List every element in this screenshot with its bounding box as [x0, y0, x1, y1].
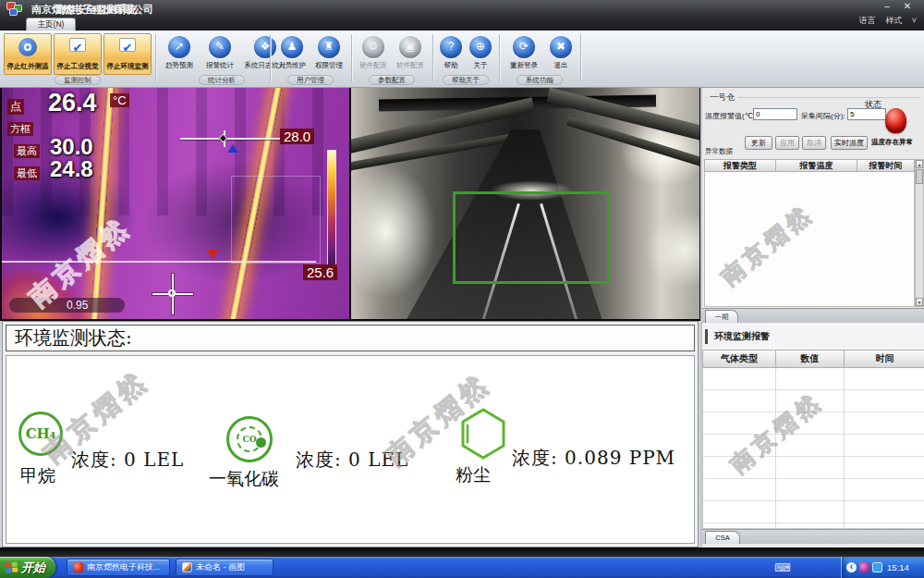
- about-button[interactable]: ⊕ 关于: [466, 36, 495, 70]
- emissivity-value: 0.95: [9, 298, 125, 313]
- app-window: 南京熠然电子科技有限公司廊道安全监测系统 – ✕ 语言 样式 ˅ 主页(N) 停…: [0, 0, 924, 578]
- hardware-config-button[interactable]: ⚙ 硬件配置: [355, 36, 392, 70]
- tray-icon-2[interactable]: [872, 562, 882, 572]
- permission-manage-button[interactable]: ♜ 权限管理: [310, 36, 347, 70]
- stop-infrared-button[interactable]: 停止红外测温: [4, 33, 52, 75]
- tray-icon-1[interactable]: [859, 562, 869, 572]
- help-button[interactable]: ? 帮助: [436, 36, 466, 70]
- temperature-unit: °C: [110, 93, 129, 107]
- interval-input[interactable]: [847, 108, 886, 120]
- start-button[interactable]: 开始: [0, 557, 55, 578]
- alarm-stats-button[interactable]: ✎ 报警统计: [200, 36, 240, 70]
- max-label: 最高: [14, 144, 40, 158]
- group-label-statistics: 统计分析: [199, 75, 245, 85]
- gas-name-co: 一氧化碳: [209, 467, 279, 491]
- env-alarm-table-header: 气体类型 数值 时间: [702, 350, 924, 368]
- scale-max-value: 28.0: [280, 129, 314, 144]
- industrial-camera-view[interactable]: 南京熠然: [351, 88, 699, 319]
- apply-button[interactable]: 应用: [775, 136, 799, 150]
- env-status-body: CH₄ 甲烷 浓度: 0 LEL CO 一氧化碳 浓度: 0 LEL 粉尘 浓度…: [6, 355, 695, 544]
- scroll-down-icon[interactable]: ▼: [916, 298, 923, 306]
- methane-reading: 浓度: 0 LEL: [71, 448, 184, 473]
- stop-env-monitor-button[interactable]: ✔ 停止环境监测: [103, 33, 152, 75]
- exit-button[interactable]: ✖ 退出: [545, 36, 577, 70]
- temp-alarm-input[interactable]: [753, 108, 797, 120]
- alarm-table-scrollbar[interactable]: ▲ ▼: [915, 159, 924, 307]
- cancel-button[interactable]: 取消: [802, 136, 826, 150]
- thermal-camera-view[interactable]: 点 26.4 °C 方框 最高 30.0 最低 24.8 28.0 25.6 0…: [2, 88, 349, 319]
- ribbon-toolbar: 停止红外测温 ✔ 停止工业视觉 ✔ 停止环境监测 监测控制 ↗ 趋势预测 ✎ 报…: [0, 31, 924, 88]
- question-icon: ?: [440, 36, 462, 58]
- tray-clock[interactable]: 15:14: [887, 562, 909, 572]
- update-button[interactable]: 更新: [745, 136, 772, 150]
- windows-logo-icon: [5, 561, 18, 573]
- env-col-time[interactable]: 时间: [845, 350, 924, 368]
- alarm-col-temp[interactable]: 报警温度: [776, 159, 857, 172]
- lamp-status-text: 温度存在异常: [871, 138, 913, 147]
- alarm-col-type[interactable]: 报警类型: [704, 159, 776, 172]
- scale-min-value: 25.6: [303, 264, 337, 280]
- taskbar-item-app[interactable]: 南京熠然电子科技...: [67, 559, 170, 576]
- env-col-value[interactable]: 数值: [776, 350, 845, 368]
- tray-chevron-icon[interactable]: ‹: [846, 562, 857, 572]
- dust-reading: 浓度: 0.089 PPM: [512, 446, 675, 471]
- menu-language[interactable]: 语言: [859, 16, 876, 25]
- paint-icon: [182, 562, 192, 572]
- box-label: 方框: [7, 122, 33, 136]
- app-logo-icon: [6, 2, 22, 16]
- monitor-icon: ▣: [399, 36, 421, 58]
- env-status-panel: 环境监测状态: CH₄ 甲烷 浓度: 0 LEL CO 一氧化碳 浓度: 0 L…: [2, 321, 699, 547]
- close-button[interactable]: ✕: [900, 1, 915, 13]
- tab-phase-one[interactable]: 一期: [705, 310, 738, 323]
- software-config-button[interactable]: ▣ 软件配置: [392, 36, 429, 70]
- gas-name-dust: 粉尘: [456, 463, 491, 487]
- env-alarm-table-body[interactable]: [702, 368, 924, 529]
- alarm-table-body[interactable]: [704, 172, 915, 307]
- user-icon: ♟: [281, 36, 303, 58]
- taskbar-item-paint[interactable]: 未命名 - 画图: [176, 559, 274, 576]
- env-alarm-title: 环境监测报警: [714, 330, 770, 343]
- interval-label: 采集间隔(分):: [801, 111, 845, 121]
- desktop-strip: [0, 547, 924, 557]
- chevron-down-icon[interactable]: ˅: [912, 16, 917, 25]
- window-title: 南京熠然电子科技有限公司廊道安全监测系统: [31, 3, 137, 17]
- env-col-gas-type[interactable]: 气体类型: [702, 350, 776, 368]
- relogin-button[interactable]: ⟳ 重新登录: [503, 36, 545, 70]
- keyboard-icon[interactable]: ⌨: [774, 563, 790, 572]
- tab-home[interactable]: 主页(N): [26, 18, 76, 31]
- checkbox-icon: ✔: [119, 38, 136, 52]
- checkbox-icon: ✔: [69, 38, 86, 52]
- scroll-up-icon[interactable]: ▲: [916, 160, 923, 168]
- right-panel: 一号仓 状态 温度报警值(℃): 采集间隔(分): 更新 应用 取消 实时温度 …: [700, 88, 924, 547]
- min-temperature: 24.8: [50, 156, 93, 182]
- dust-icon: [459, 407, 507, 461]
- hot-spot-marker: [207, 250, 218, 259]
- taskbar: 开始 南京熠然电子科技... 未命名 - 画图 ⌨ ‹ 15:14: [0, 557, 924, 578]
- co-reading: 浓度: 0 LEL: [296, 448, 408, 473]
- title-bar: 南京熠然电子科技有限公司廊道安全监测系统 – ✕ 语言 样式 ˅ 主页(N): [0, 0, 924, 31]
- point-temperature: 26.4: [48, 89, 97, 117]
- button-label: 停止红外测温: [7, 62, 49, 71]
- group-label-param-config: 参数配置: [369, 75, 415, 85]
- minimize-button[interactable]: –: [880, 1, 894, 13]
- trend-predict-button[interactable]: ↗ 趋势预测: [159, 36, 200, 70]
- button-label: 停止环境监测: [107, 62, 149, 71]
- group-label-help-about: 帮助关于: [443, 75, 489, 85]
- window-menus: 语言 样式 ˅: [852, 15, 917, 27]
- alarm-col-time[interactable]: 报警时间: [857, 159, 915, 172]
- scrollbar-thumb[interactable]: [916, 169, 923, 184]
- min-label: 最低: [14, 166, 40, 180]
- personnel-maintain-button[interactable]: ♟ 人员维护: [274, 36, 310, 70]
- cold-spot-marker: [227, 144, 238, 153]
- menu-style[interactable]: 样式: [885, 16, 902, 25]
- realtime-temp-button[interactable]: 实时温度: [831, 136, 868, 150]
- tab-csa[interactable]: CSA: [705, 531, 740, 544]
- gear-icon: ⚙: [362, 36, 384, 58]
- point-label: 点: [7, 99, 24, 115]
- relogin-icon: ⟳: [513, 36, 535, 58]
- exit-icon: ✖: [550, 36, 572, 58]
- globe-icon: ⊕: [469, 36, 492, 58]
- abnormal-data-label: 异常数据: [705, 147, 733, 156]
- group-label-monitor-control: 监测控制: [55, 75, 101, 85]
- stop-industrial-vision-button[interactable]: ✔ 停止工业视觉: [54, 33, 102, 75]
